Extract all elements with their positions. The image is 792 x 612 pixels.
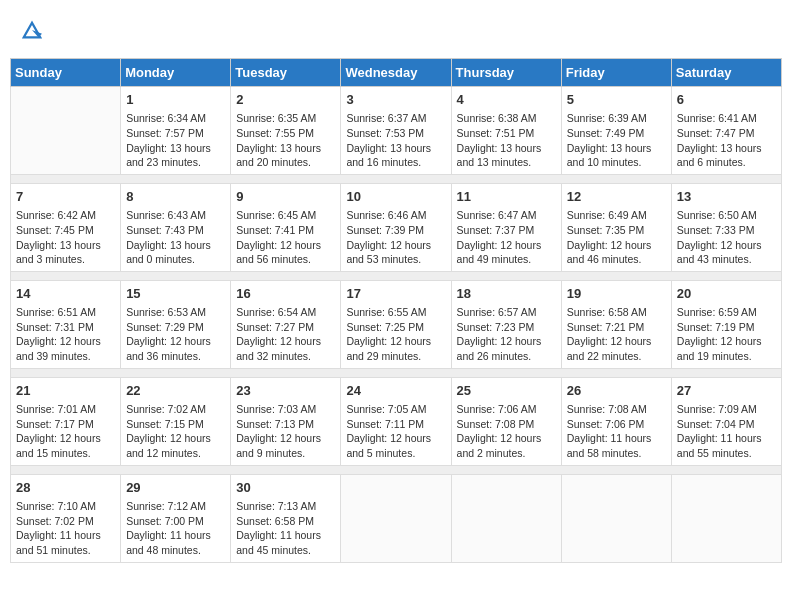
cell-day-number: 2 xyxy=(236,91,335,109)
cell-day-number: 19 xyxy=(567,285,666,303)
calendar-cell: 8Sunrise: 6:43 AMSunset: 7:43 PMDaylight… xyxy=(121,183,231,271)
cell-day-number: 22 xyxy=(126,382,225,400)
cell-day-number: 11 xyxy=(457,188,556,206)
weekday-header-row: SundayMondayTuesdayWednesdayThursdayFrid… xyxy=(11,59,782,87)
calendar-cell: 29Sunrise: 7:12 AMSunset: 7:00 PMDayligh… xyxy=(121,474,231,562)
calendar-cell xyxy=(11,87,121,175)
weekday-header-saturday: Saturday xyxy=(671,59,781,87)
calendar-cell: 6Sunrise: 6:41 AMSunset: 7:47 PMDaylight… xyxy=(671,87,781,175)
calendar-cell: 14Sunrise: 6:51 AMSunset: 7:31 PMDayligh… xyxy=(11,280,121,368)
weekday-header-sunday: Sunday xyxy=(11,59,121,87)
cell-day-number: 5 xyxy=(567,91,666,109)
week-separator xyxy=(11,368,782,377)
calendar-cell: 25Sunrise: 7:06 AMSunset: 7:08 PMDayligh… xyxy=(451,377,561,465)
cell-sun-info: Sunrise: 6:53 AMSunset: 7:29 PMDaylight:… xyxy=(126,305,225,364)
cell-sun-info: Sunrise: 7:03 AMSunset: 7:13 PMDaylight:… xyxy=(236,402,335,461)
calendar-cell: 18Sunrise: 6:57 AMSunset: 7:23 PMDayligh… xyxy=(451,280,561,368)
calendar-cell xyxy=(671,474,781,562)
cell-day-number: 1 xyxy=(126,91,225,109)
calendar-cell: 12Sunrise: 6:49 AMSunset: 7:35 PMDayligh… xyxy=(561,183,671,271)
cell-sun-info: Sunrise: 7:05 AMSunset: 7:11 PMDaylight:… xyxy=(346,402,445,461)
calendar-cell: 19Sunrise: 6:58 AMSunset: 7:21 PMDayligh… xyxy=(561,280,671,368)
weekday-header-friday: Friday xyxy=(561,59,671,87)
weekday-header-tuesday: Tuesday xyxy=(231,59,341,87)
calendar-table: SundayMondayTuesdayWednesdayThursdayFrid… xyxy=(10,58,782,563)
cell-day-number: 14 xyxy=(16,285,115,303)
cell-day-number: 6 xyxy=(677,91,776,109)
cell-day-number: 3 xyxy=(346,91,445,109)
cell-sun-info: Sunrise: 6:57 AMSunset: 7:23 PMDaylight:… xyxy=(457,305,556,364)
cell-day-number: 21 xyxy=(16,382,115,400)
cell-sun-info: Sunrise: 7:13 AMSunset: 6:58 PMDaylight:… xyxy=(236,499,335,558)
cell-sun-info: Sunrise: 6:39 AMSunset: 7:49 PMDaylight:… xyxy=(567,111,666,170)
calendar-cell: 10Sunrise: 6:46 AMSunset: 7:39 PMDayligh… xyxy=(341,183,451,271)
calendar-week-row: 1Sunrise: 6:34 AMSunset: 7:57 PMDaylight… xyxy=(11,87,782,175)
cell-day-number: 30 xyxy=(236,479,335,497)
cell-sun-info: Sunrise: 6:58 AMSunset: 7:21 PMDaylight:… xyxy=(567,305,666,364)
cell-day-number: 18 xyxy=(457,285,556,303)
calendar-cell xyxy=(561,474,671,562)
calendar-week-row: 14Sunrise: 6:51 AMSunset: 7:31 PMDayligh… xyxy=(11,280,782,368)
cell-sun-info: Sunrise: 6:55 AMSunset: 7:25 PMDaylight:… xyxy=(346,305,445,364)
cell-sun-info: Sunrise: 7:02 AMSunset: 7:15 PMDaylight:… xyxy=(126,402,225,461)
calendar-cell: 4Sunrise: 6:38 AMSunset: 7:51 PMDaylight… xyxy=(451,87,561,175)
cell-sun-info: Sunrise: 6:49 AMSunset: 7:35 PMDaylight:… xyxy=(567,208,666,267)
weekday-header-monday: Monday xyxy=(121,59,231,87)
cell-day-number: 20 xyxy=(677,285,776,303)
calendar-cell: 2Sunrise: 6:35 AMSunset: 7:55 PMDaylight… xyxy=(231,87,341,175)
cell-day-number: 10 xyxy=(346,188,445,206)
cell-sun-info: Sunrise: 6:45 AMSunset: 7:41 PMDaylight:… xyxy=(236,208,335,267)
calendar-cell: 13Sunrise: 6:50 AMSunset: 7:33 PMDayligh… xyxy=(671,183,781,271)
calendar-cell: 15Sunrise: 6:53 AMSunset: 7:29 PMDayligh… xyxy=(121,280,231,368)
weekday-header-wednesday: Wednesday xyxy=(341,59,451,87)
calendar-cell: 23Sunrise: 7:03 AMSunset: 7:13 PMDayligh… xyxy=(231,377,341,465)
cell-day-number: 23 xyxy=(236,382,335,400)
cell-sun-info: Sunrise: 6:43 AMSunset: 7:43 PMDaylight:… xyxy=(126,208,225,267)
calendar-cell: 11Sunrise: 6:47 AMSunset: 7:37 PMDayligh… xyxy=(451,183,561,271)
calendar-cell xyxy=(451,474,561,562)
cell-day-number: 16 xyxy=(236,285,335,303)
logo xyxy=(20,20,42,45)
calendar-cell: 24Sunrise: 7:05 AMSunset: 7:11 PMDayligh… xyxy=(341,377,451,465)
calendar-cell: 16Sunrise: 6:54 AMSunset: 7:27 PMDayligh… xyxy=(231,280,341,368)
cell-sun-info: Sunrise: 6:41 AMSunset: 7:47 PMDaylight:… xyxy=(677,111,776,170)
cell-sun-info: Sunrise: 7:08 AMSunset: 7:06 PMDaylight:… xyxy=(567,402,666,461)
calendar-cell: 27Sunrise: 7:09 AMSunset: 7:04 PMDayligh… xyxy=(671,377,781,465)
cell-day-number: 8 xyxy=(126,188,225,206)
calendar-cell: 5Sunrise: 6:39 AMSunset: 7:49 PMDaylight… xyxy=(561,87,671,175)
cell-sun-info: Sunrise: 6:37 AMSunset: 7:53 PMDaylight:… xyxy=(346,111,445,170)
cell-day-number: 24 xyxy=(346,382,445,400)
cell-sun-info: Sunrise: 6:35 AMSunset: 7:55 PMDaylight:… xyxy=(236,111,335,170)
calendar-cell: 26Sunrise: 7:08 AMSunset: 7:06 PMDayligh… xyxy=(561,377,671,465)
cell-sun-info: Sunrise: 6:42 AMSunset: 7:45 PMDaylight:… xyxy=(16,208,115,267)
cell-day-number: 7 xyxy=(16,188,115,206)
cell-sun-info: Sunrise: 7:01 AMSunset: 7:17 PMDaylight:… xyxy=(16,402,115,461)
calendar-cell: 28Sunrise: 7:10 AMSunset: 7:02 PMDayligh… xyxy=(11,474,121,562)
calendar-cell: 30Sunrise: 7:13 AMSunset: 6:58 PMDayligh… xyxy=(231,474,341,562)
cell-sun-info: Sunrise: 6:54 AMSunset: 7:27 PMDaylight:… xyxy=(236,305,335,364)
cell-day-number: 25 xyxy=(457,382,556,400)
calendar-cell: 1Sunrise: 6:34 AMSunset: 7:57 PMDaylight… xyxy=(121,87,231,175)
week-separator xyxy=(11,174,782,183)
weekday-header-thursday: Thursday xyxy=(451,59,561,87)
week-separator xyxy=(11,465,782,474)
week-separator xyxy=(11,271,782,280)
cell-sun-info: Sunrise: 7:10 AMSunset: 7:02 PMDaylight:… xyxy=(16,499,115,558)
calendar-week-row: 21Sunrise: 7:01 AMSunset: 7:17 PMDayligh… xyxy=(11,377,782,465)
cell-day-number: 17 xyxy=(346,285,445,303)
cell-sun-info: Sunrise: 6:59 AMSunset: 7:19 PMDaylight:… xyxy=(677,305,776,364)
cell-sun-info: Sunrise: 6:46 AMSunset: 7:39 PMDaylight:… xyxy=(346,208,445,267)
cell-sun-info: Sunrise: 6:47 AMSunset: 7:37 PMDaylight:… xyxy=(457,208,556,267)
cell-day-number: 13 xyxy=(677,188,776,206)
calendar-week-row: 28Sunrise: 7:10 AMSunset: 7:02 PMDayligh… xyxy=(11,474,782,562)
cell-day-number: 27 xyxy=(677,382,776,400)
cell-sun-info: Sunrise: 6:34 AMSunset: 7:57 PMDaylight:… xyxy=(126,111,225,170)
page-header xyxy=(10,10,782,50)
cell-day-number: 28 xyxy=(16,479,115,497)
cell-day-number: 12 xyxy=(567,188,666,206)
calendar-week-row: 7Sunrise: 6:42 AMSunset: 7:45 PMDaylight… xyxy=(11,183,782,271)
cell-sun-info: Sunrise: 6:50 AMSunset: 7:33 PMDaylight:… xyxy=(677,208,776,267)
calendar-cell: 7Sunrise: 6:42 AMSunset: 7:45 PMDaylight… xyxy=(11,183,121,271)
calendar-cell: 20Sunrise: 6:59 AMSunset: 7:19 PMDayligh… xyxy=(671,280,781,368)
cell-day-number: 15 xyxy=(126,285,225,303)
